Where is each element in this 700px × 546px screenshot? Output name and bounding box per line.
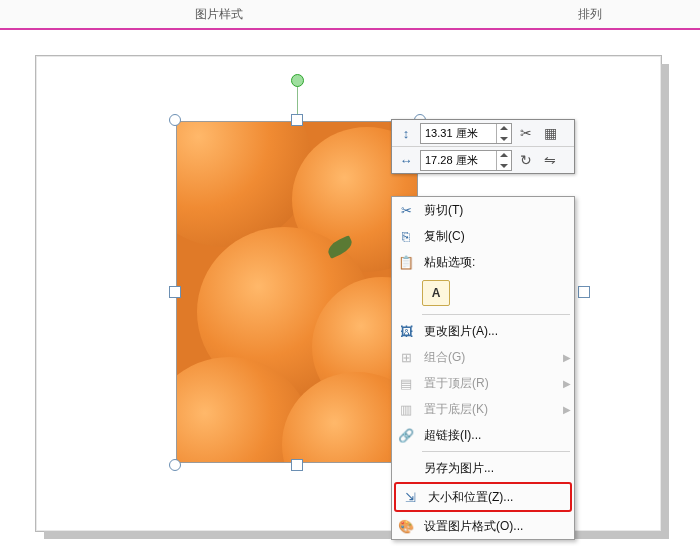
- menu-change-picture[interactable]: 🖼 更改图片(A)...: [392, 318, 574, 344]
- chevron-right-icon: ▶: [560, 404, 574, 415]
- menu-bring-front: ▤ 置于顶层(R) ▶: [392, 370, 574, 396]
- menu-hyperlink[interactable]: 🔗 超链接(I)...: [392, 422, 574, 448]
- picture-icon: 🖼: [392, 318, 420, 344]
- send-back-icon: ▥: [392, 396, 420, 422]
- crop-icon[interactable]: ✂: [516, 123, 536, 143]
- menu-copy[interactable]: ⎘ 复制(C): [392, 223, 574, 249]
- flip-icon[interactable]: ⇋: [540, 150, 560, 170]
- document-page: ↕ 13.31 厘米 ✂ ▦ ↔ 17.28 厘米 ↻ ⇋: [35, 55, 662, 532]
- handle-s[interactable]: [291, 459, 303, 471]
- height-icon: ↕: [395, 122, 417, 144]
- format-icon: 🎨: [392, 513, 420, 539]
- scissors-icon: ✂: [392, 197, 420, 223]
- chevron-right-icon: ▶: [560, 378, 574, 389]
- rotate-icon[interactable]: ↻: [516, 150, 536, 170]
- ribbon-group-arrange: 排列: [578, 6, 602, 23]
- reset-icon[interactable]: ▦: [540, 123, 560, 143]
- height-spinner[interactable]: [496, 124, 511, 143]
- menu-save-as-picture[interactable]: 另存为图片...: [392, 455, 574, 481]
- width-spinner[interactable]: [496, 151, 511, 170]
- menu-send-back: ▥ 置于底层(K) ▶: [392, 396, 574, 422]
- menu-paste-label: 📋 粘贴选项:: [392, 249, 574, 275]
- size-toolbar: ↕ 13.31 厘米 ✂ ▦ ↔ 17.28 厘米 ↻ ⇋: [391, 119, 575, 174]
- menu-size-and-position[interactable]: ⇲ 大小和位置(Z)...: [394, 482, 572, 512]
- clipboard-icon: 📋: [392, 249, 420, 275]
- paste-option-keep-text[interactable]: A: [422, 280, 450, 306]
- height-input[interactable]: 13.31 厘米: [420, 123, 512, 144]
- width-input[interactable]: 17.28 厘米: [420, 150, 512, 171]
- width-icon: ↔: [395, 149, 417, 171]
- context-menu: ✂ 剪切(T) ⎘ 复制(C) 📋 粘贴选项: A 🖼 更改图片(A)... ⊞: [391, 196, 575, 540]
- chevron-right-icon: ▶: [560, 352, 574, 363]
- menu-group: ⊞ 组合(G) ▶: [392, 344, 574, 370]
- size-icon: ⇲: [396, 484, 424, 510]
- group-icon: ⊞: [392, 344, 420, 370]
- handle-sw[interactable]: [169, 459, 181, 471]
- handle-w[interactable]: [169, 286, 181, 298]
- link-icon: 🔗: [392, 422, 420, 448]
- width-value: 17.28 厘米: [425, 153, 478, 168]
- menu-cut[interactable]: ✂ 剪切(T): [392, 197, 574, 223]
- selected-image[interactable]: [176, 121, 418, 463]
- height-value: 13.31 厘米: [425, 126, 478, 141]
- copy-icon: ⎘: [392, 223, 420, 249]
- bring-front-icon: ▤: [392, 370, 420, 396]
- handle-n[interactable]: [291, 114, 303, 126]
- ribbon-group-style: 图片样式: [195, 6, 243, 23]
- rotate-handle[interactable]: [291, 74, 304, 87]
- handle-nw[interactable]: [169, 114, 181, 126]
- handle-e[interactable]: [578, 286, 590, 298]
- menu-format-picture[interactable]: 🎨 设置图片格式(O)...: [392, 513, 574, 539]
